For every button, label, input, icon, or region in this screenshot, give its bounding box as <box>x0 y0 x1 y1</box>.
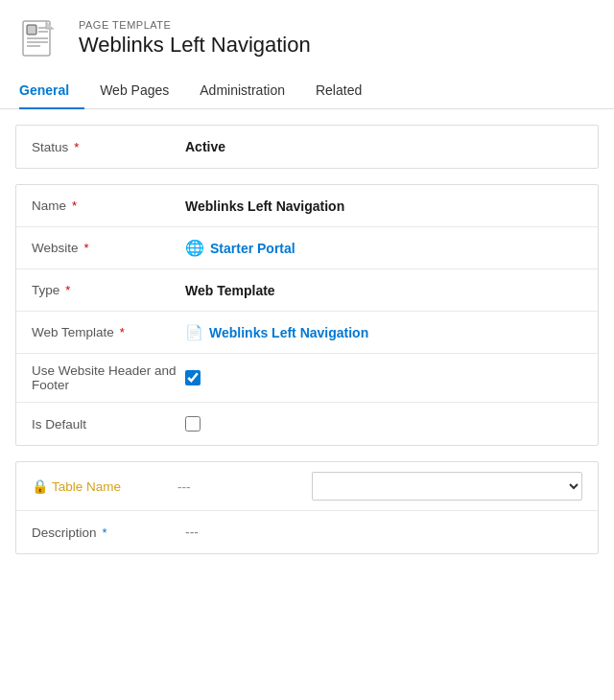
web-template-value: 📄 Weblinks Left Navigation <box>185 324 582 341</box>
name-required-star: * <box>72 198 77 213</box>
type-required-star: * <box>65 283 70 297</box>
use-header-footer-field-row: Use Website Header and Footer <box>16 354 598 403</box>
status-value: Active <box>185 139 582 154</box>
description-field-row: Description * --- <box>16 511 598 553</box>
tab-related[interactable]: Related <box>316 73 377 109</box>
table-name-label: 🔒 Table Name <box>32 478 177 494</box>
use-header-footer-label: Use Website Header and Footer <box>32 363 185 392</box>
description-label: Description * <box>32 525 185 540</box>
is-default-field-row: Is Default <box>16 403 598 445</box>
web-template-link[interactable]: Weblinks Left Navigation <box>209 325 368 340</box>
table-name-dash: --- <box>177 479 254 494</box>
type-value: Web Template <box>185 283 582 298</box>
tab-web-pages[interactable]: Web Pages <box>100 73 184 109</box>
web-template-label: Web Template * <box>32 325 185 339</box>
status-label: Status * <box>32 140 185 154</box>
type-label: Type * <box>32 283 185 297</box>
is-default-label: Is Default <box>32 417 185 432</box>
header-subtitle: PAGE TEMPLATE <box>79 19 311 31</box>
type-field-row: Type * Web Template <box>16 269 598 312</box>
tab-bar: General Web Pages Administration Related <box>0 73 614 109</box>
use-header-footer-checkbox[interactable] <box>185 370 201 385</box>
website-field-row: Website * 🌐 Starter Portal <box>16 227 598 269</box>
tab-administration[interactable]: Administration <box>200 73 300 109</box>
svg-rect-1 <box>27 25 36 35</box>
page-header: PAGE TEMPLATE Weblinks Left Navigation <box>0 0 614 73</box>
is-default-checkbox[interactable] <box>185 416 201 432</box>
table-name-select[interactable] <box>312 472 582 501</box>
table-name-row: 🔒 Table Name --- <box>16 462 598 511</box>
website-link[interactable]: Starter Portal <box>210 241 295 256</box>
name-field-row: Name * Weblinks Left Navigation <box>16 185 598 227</box>
tab-general[interactable]: General <box>19 73 84 109</box>
header-title: Weblinks Left Navigation <box>79 33 311 58</box>
website-required-star: * <box>84 241 89 255</box>
globe-icon: 🌐 <box>185 239 204 257</box>
status-field-row: Status * Active <box>16 126 598 168</box>
page-template-icon <box>19 15 65 61</box>
web-template-required-star: * <box>120 325 125 339</box>
doc-icon: 📄 <box>185 324 203 341</box>
description-value: --- <box>185 525 582 540</box>
main-section: Name * Weblinks Left Navigation Website … <box>15 184 599 446</box>
name-value: Weblinks Left Navigation <box>185 198 582 214</box>
name-label: Name * <box>32 198 185 213</box>
table-name-section: 🔒 Table Name --- Description * --- <box>15 461 599 554</box>
lock-icon: 🔒 <box>32 478 48 494</box>
status-section: Status * Active <box>15 125 599 169</box>
status-required-star: * <box>74 140 79 154</box>
description-required-star: * <box>103 525 107 540</box>
is-default-value <box>185 416 582 432</box>
use-header-footer-value <box>185 370 582 385</box>
website-value: 🌐 Starter Portal <box>185 239 582 257</box>
header-text-block: PAGE TEMPLATE Weblinks Left Navigation <box>79 19 311 58</box>
website-label: Website * <box>32 241 185 255</box>
web-template-field-row: Web Template * 📄 Weblinks Left Navigatio… <box>16 312 598 354</box>
